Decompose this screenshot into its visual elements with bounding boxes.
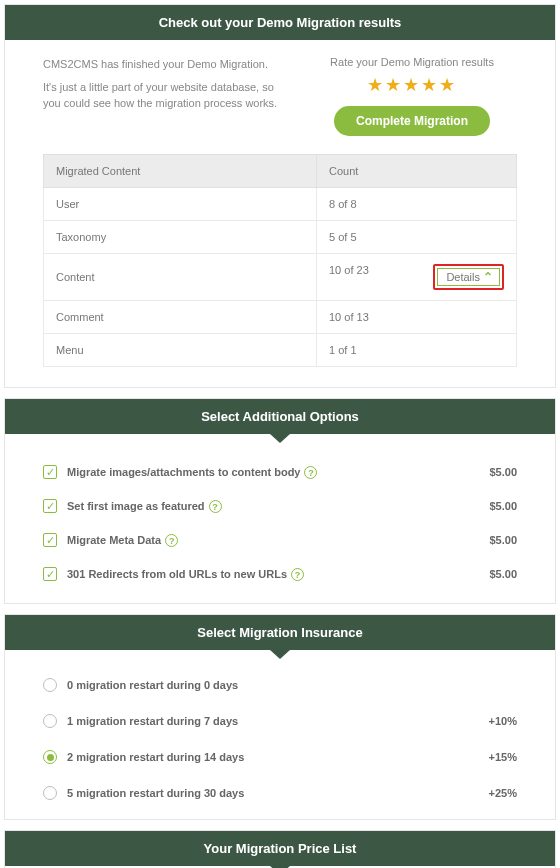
insurance-radio[interactable]: [43, 750, 57, 764]
option-checkbox[interactable]: ✓: [43, 499, 57, 513]
complete-migration-top-button[interactable]: Complete Migration: [334, 106, 490, 136]
results-panel: Check out your Demo Migration results CM…: [4, 4, 556, 388]
help-icon[interactable]: ?: [209, 500, 222, 513]
insurance-row: 2 migration restart during 14 days +15%: [43, 739, 517, 775]
option-checkbox[interactable]: ✓: [43, 567, 57, 581]
table-row: Content 10 of 23 Details ⌃: [44, 254, 517, 301]
help-icon[interactable]: ?: [291, 568, 304, 581]
insurance-radio[interactable]: [43, 786, 57, 800]
option-row: ✓ 301 Redirects from old URLs to new URL…: [43, 557, 517, 591]
pricelist-header: Your Migration Price List: [5, 831, 555, 866]
results-description: CMS2CMS has finished your Demo Migration…: [43, 56, 287, 136]
chevron-up-icon: ⌃: [483, 270, 493, 284]
details-highlight: Details ⌃: [433, 264, 504, 290]
options-panel: Select Additional Options ✓ Migrate imag…: [4, 398, 556, 604]
help-icon[interactable]: ?: [165, 534, 178, 547]
option-row: ✓ Migrate images/attachments to content …: [43, 455, 517, 489]
table-row: User 8 of 8: [44, 188, 517, 221]
table-row: Menu 1 of 1: [44, 334, 517, 367]
results-header: Check out your Demo Migration results: [5, 5, 555, 40]
rate-label: Rate your Demo Migration results: [307, 56, 517, 68]
table-row: Taxonomy 5 of 5: [44, 221, 517, 254]
insurance-header: Select Migration Insurance: [5, 615, 555, 650]
col-content: Migrated Content: [44, 155, 317, 188]
insurance-radio[interactable]: [43, 714, 57, 728]
pricelist-panel: Your Migration Price List Entities $100 …: [4, 830, 556, 868]
details-toggle[interactable]: Details ⌃: [437, 268, 500, 286]
insurance-row: 1 migration restart during 7 days +10%: [43, 703, 517, 739]
insurance-row: 0 migration restart during 0 days: [43, 667, 517, 703]
option-checkbox[interactable]: ✓: [43, 465, 57, 479]
insurance-row: 5 migration restart during 30 days +25%: [43, 775, 517, 811]
insurance-radio[interactable]: [43, 678, 57, 692]
col-count: Count: [317, 155, 517, 188]
option-checkbox[interactable]: ✓: [43, 533, 57, 547]
table-row: Comment 10 of 13: [44, 301, 517, 334]
insurance-panel: Select Migration Insurance 0 migration r…: [4, 614, 556, 820]
options-header: Select Additional Options: [5, 399, 555, 434]
option-row: ✓ Migrate Meta Data? $5.00: [43, 523, 517, 557]
rating-stars[interactable]: ★★★★★: [307, 74, 517, 96]
migrated-table: Migrated Content Count User 8 of 8 Taxon…: [43, 154, 517, 367]
option-row: ✓ Set first image as featured? $5.00: [43, 489, 517, 523]
help-icon[interactable]: ?: [304, 466, 317, 479]
